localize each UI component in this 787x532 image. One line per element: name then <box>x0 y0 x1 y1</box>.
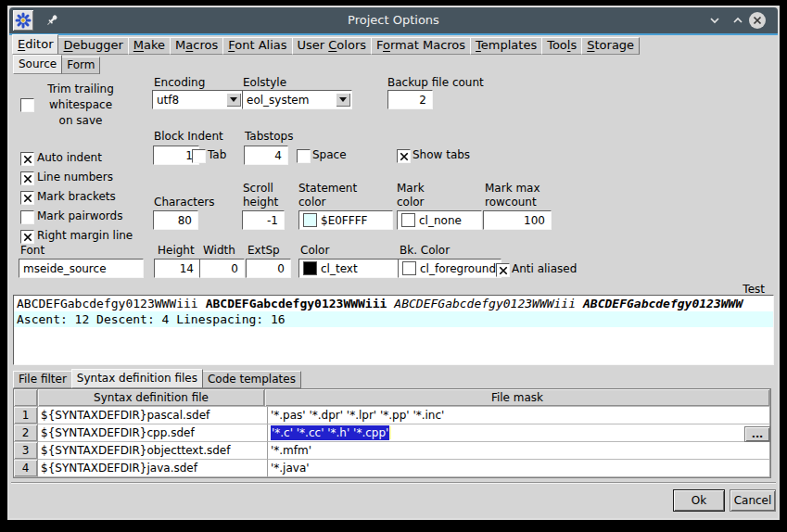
line-numbers-checkbox[interactable] <box>20 171 34 185</box>
row-number-header <box>14 389 38 407</box>
table-row: 3 ${SYNTAXDEFDIR}objecttext.sdef '*.mfm' <box>14 442 770 460</box>
titlebar[interactable]: Project Options <box>9 7 778 33</box>
mask-cell-selected[interactable]: '*.c' '*.cc' '*.h' '*.cpp' <box>268 424 770 442</box>
project-options-dialog: Project Options Editor Debugger Make Mac… <box>9 7 778 518</box>
bk-color-swatch <box>402 261 416 275</box>
ok-button[interactable]: Ok <box>673 489 725 512</box>
backup-count-field[interactable]: 2 <box>387 90 433 109</box>
tab-templates[interactable]: Templates <box>470 37 542 55</box>
tab-code-templates[interactable]: Code templates <box>202 371 301 388</box>
statement-color-swatch <box>303 213 317 227</box>
statement-color-label: Statement color <box>298 182 357 209</box>
tab-form[interactable]: Form <box>61 57 100 74</box>
tab-editor[interactable]: Editor <box>12 34 58 55</box>
chevron-down-icon <box>707 13 722 28</box>
window-title: Project Options <box>9 13 778 27</box>
extsp-label: ExtSp <box>248 244 280 258</box>
characters-label: Characters <box>154 196 215 209</box>
tab-source[interactable]: Source <box>13 55 62 74</box>
extsp-field[interactable]: 0 <box>246 259 291 278</box>
space-checkbox[interactable] <box>297 149 311 163</box>
file-cell[interactable]: ${SYNTAXDEFDIR}pascal.sdef <box>38 407 268 424</box>
tab-font-alias[interactable]: Font Alias <box>222 37 292 55</box>
file-cell[interactable]: ${SYNTAXDEFDIR}cpp.sdef <box>38 424 268 442</box>
font-label: Font <box>20 244 44 258</box>
mask-cell[interactable]: '*.mfm' <box>268 442 770 460</box>
table-row-selected: 2 ${SYNTAXDEFDIR}cpp.sdef '*.c' '*.cc' '… <box>14 424 770 442</box>
font-width-field[interactable]: 0 <box>199 259 245 278</box>
mask-cell[interactable]: '*.java' <box>268 460 770 477</box>
eolstyle-label: Eolstyle <box>243 76 286 90</box>
trim-whitespace-label: Trim trailing whitespace on save <box>30 82 132 129</box>
table-row: 4 ${SYNTAXDEFDIR}java.sdef '*.java' <box>14 460 770 477</box>
anti-aliased-checkbox[interactable] <box>496 263 510 277</box>
encoding-label: Encoding <box>154 76 205 90</box>
show-tabs-checkbox[interactable] <box>397 149 411 163</box>
chevron-up-icon <box>730 13 745 28</box>
rollup-button[interactable] <box>730 13 746 28</box>
tab-syntax-definition-files[interactable]: Syntax definition files <box>71 369 203 388</box>
rolldown-button[interactable] <box>706 13 723 28</box>
dropdown-arrow-icon[interactable] <box>336 93 350 107</box>
close-icon <box>748 11 767 30</box>
font-height-field[interactable]: 14 <box>154 259 200 278</box>
cancel-button[interactable]: Cancel <box>730 489 776 512</box>
bk-color-label: Bk. Color <box>400 244 450 258</box>
tabstops-field[interactable]: 4 <box>244 146 288 165</box>
tab-file-filter[interactable]: File filter <box>13 371 72 388</box>
file-cell[interactable]: ${SYNTAXDEFDIR}java.sdef <box>38 460 268 477</box>
dropdown-arrow-icon[interactable] <box>226 93 241 107</box>
tab-checkbox[interactable] <box>192 149 206 163</box>
tab-storage[interactable]: Storage <box>581 37 640 55</box>
row-number-cell[interactable]: 4 <box>14 460 38 477</box>
ellipsis-button[interactable]: ... <box>744 426 770 442</box>
mark-color-label: Mark color <box>397 182 425 209</box>
mark-color-field[interactable]: cl_none <box>397 210 482 230</box>
row-number-cell[interactable]: 2 <box>14 424 38 442</box>
encoding-dropdown[interactable]: utf8 <box>152 90 243 109</box>
tab-make[interactable]: Make <box>128 37 171 55</box>
selected-text: '*.c' '*.cc' '*.h' '*.cpp' <box>271 425 389 440</box>
text-caret <box>389 426 391 439</box>
mark-brackets-checkbox[interactable] <box>20 191 34 205</box>
font-metrics-line: Ascent: 12 Descent: 4 Linespacing: 16 <box>14 311 773 327</box>
font-color-label: Color <box>300 244 329 258</box>
characters-field[interactable]: 80 <box>153 210 198 230</box>
auto-indent-checkbox[interactable] <box>20 152 34 166</box>
font-height-label: Height <box>158 244 195 258</box>
tab-macros[interactable]: Macros <box>170 37 223 55</box>
font-field[interactable]: mseide_source <box>19 259 144 278</box>
backup-count-label: Backup file count <box>387 76 484 90</box>
tab-format-macros[interactable]: Format Macros <box>371 37 471 55</box>
mask-column-header: File mask <box>265 389 770 407</box>
mask-cell[interactable]: '*.pas' '*.dpr' '*.lpr' '*.pp' '*.inc' <box>268 407 770 424</box>
tab-debugger[interactable]: Debugger <box>57 37 128 55</box>
tabstops-label: Tabstops <box>245 130 293 144</box>
font-color-field[interactable]: cl_text <box>298 259 403 278</box>
mark-max-rowcount-field[interactable]: 100 <box>483 210 552 230</box>
tab-user-colors[interactable]: User Colors <box>292 37 372 55</box>
statement-color-field[interactable]: $E0FFFF <box>298 210 393 230</box>
line-numbers-label: Line numbers <box>37 171 113 184</box>
tab-checkbox-label: Tab <box>208 148 226 162</box>
row-number-cell[interactable]: 3 <box>14 442 38 460</box>
close-button[interactable] <box>748 11 767 30</box>
eolstyle-dropdown[interactable]: eol_system <box>242 90 352 109</box>
space-checkbox-label: Space <box>312 148 347 162</box>
mark-pairwords-checkbox[interactable] <box>20 210 34 224</box>
table-header-row: Syntax definition file File mask <box>14 389 770 407</box>
file-cell[interactable]: ${SYNTAXDEFDIR}objecttext.sdef <box>38 442 268 460</box>
anti-aliased-label: Anti aliased <box>512 262 577 276</box>
row-number-cell[interactable]: 1 <box>14 407 38 424</box>
syntax-definition-table: Syntax definition file File mask 1 ${SYN… <box>13 388 771 478</box>
bk-color-field[interactable]: cl_foreground <box>398 259 501 278</box>
right-margin-checkbox[interactable] <box>20 230 34 244</box>
block-indent-label: Block Indent <box>154 130 223 144</box>
scroll-height-field[interactable]: -1 <box>242 210 285 230</box>
tab-tools[interactable]: Tools <box>541 37 582 55</box>
mark-max-rowcount-label: Mark max rowcount <box>485 182 540 209</box>
font-test-box: ABCDEFGabcdefgy0123WWWiiiABCDEFGabcdefgy… <box>13 295 774 365</box>
mark-color-swatch <box>401 213 415 227</box>
right-margin-label: Right margin line <box>37 229 133 243</box>
auto-indent-label: Auto indent <box>37 151 102 165</box>
